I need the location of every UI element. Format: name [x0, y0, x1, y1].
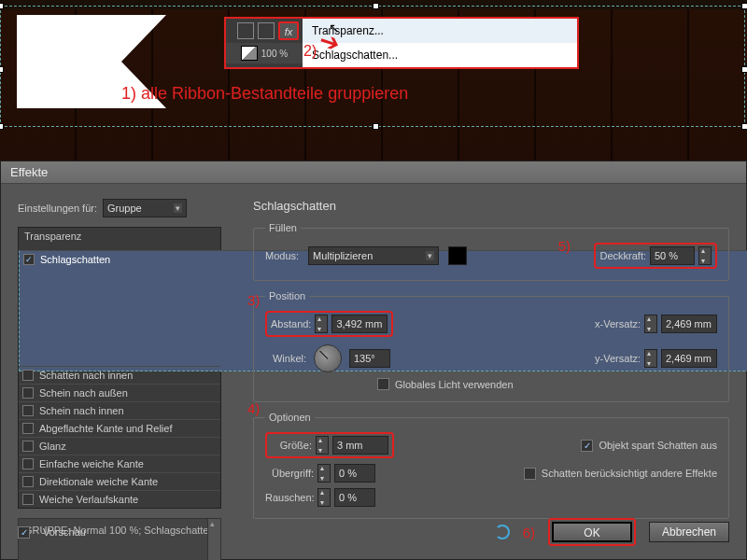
distance-input[interactable]: 3,492 mm — [331, 315, 388, 333]
other-effects-label: Schatten berücksichtigt andere Effekte — [542, 468, 717, 479]
size-field-highlight: Größe: 3 mm — [265, 432, 394, 458]
mode-label: Modus: — [265, 250, 299, 261]
spread-input[interactable]: 0 % — [334, 464, 375, 483]
size-input[interactable]: 3 mm — [332, 436, 388, 455]
annotation-step4: 4) — [247, 400, 260, 416]
checkbox-icon[interactable] — [22, 441, 34, 452]
checkbox-icon[interactable] — [22, 405, 34, 416]
annotation-step5: 5) — [558, 238, 571, 254]
checkbox-icon[interactable]: ✓ — [23, 254, 35, 265]
checkbox-icon[interactable] — [22, 423, 34, 434]
mode-dropdown[interactable]: Multiplizieren — [308, 246, 439, 265]
fill-fieldset: Füllen Modus: Multiplizieren Deckkraft: … — [253, 222, 729, 281]
dialog-title: Effekte — [1, 161, 746, 184]
effect-list: Transparenz ✓Schlagschatten Schatten nac… — [18, 227, 221, 509]
other-effects-checkbox[interactable] — [524, 468, 536, 480]
legend-options: Optionen — [265, 412, 315, 423]
size-label: Größe: — [271, 440, 312, 451]
opacity-readout: 100 % — [261, 49, 288, 59]
legend-fill: Füllen — [265, 222, 301, 233]
global-light-label: Globales Licht verwenden — [395, 379, 514, 390]
knockout-label: Objekt spart Schatten aus — [599, 440, 717, 451]
legend-position: Position — [265, 290, 309, 301]
annotation-step2: 2) — [303, 43, 317, 60]
angle-dial[interactable] — [314, 344, 342, 372]
size-spinner[interactable] — [316, 436, 329, 455]
knockout-checkbox[interactable]: ✓ — [581, 440, 593, 452]
x-offset-input[interactable]: 2,469 mm — [661, 315, 717, 333]
fx-button[interactable]: fx — [278, 21, 299, 40]
x-offset-label: x-Versatz: — [595, 318, 641, 329]
y-offset-label: y-Versatz: — [595, 353, 641, 364]
effect-item[interactable]: Schein nach innen — [19, 401, 220, 419]
angle-input[interactable]: 135° — [349, 349, 390, 368]
opacity-label: Deckkraft: — [599, 250, 646, 261]
noise-label: Rauschen: — [265, 492, 314, 503]
checkbox-icon[interactable] — [22, 387, 34, 399]
effect-item[interactable]: Schatten nach innen — [19, 366, 220, 384]
effect-item[interactable]: Direktionale weiche Kante — [19, 472, 220, 490]
preview-checkbox[interactable]: ✓ — [18, 526, 30, 539]
settings-for-label: Einstellungen für: — [18, 203, 97, 214]
effects-dialog: Effekte Einstellungen für: Gruppe Transp… — [0, 161, 747, 560]
menu-item-dropshadow[interactable]: Schlagschatten... — [303, 43, 577, 67]
position-fieldset: Position Abstand: 3,492 mm x-Versatz: 2,… — [253, 290, 729, 402]
options-fieldset: Optionen Größe: 3 mm ✓ Objekt spart Scha… — [253, 412, 729, 519]
effect-item[interactable]: Weiche Verlaufskante — [19, 490, 220, 508]
effect-item[interactable]: Glanz — [19, 437, 220, 455]
annotation-step6: 6) — [523, 525, 535, 540]
color-swatch[interactable] — [448, 246, 467, 265]
checkbox-icon[interactable] — [22, 458, 34, 469]
settings-for-dropdown[interactable]: Gruppe — [103, 199, 187, 217]
opacity-spinner[interactable] — [698, 246, 712, 265]
effect-item[interactable]: Schein nach außen — [19, 384, 220, 401]
annotation-step1: 1) alle Ribbon-Bestandteile gruppieren — [121, 84, 408, 104]
progress-icon — [495, 525, 510, 539]
global-light-checkbox[interactable] — [377, 378, 389, 390]
spread-spinner[interactable] — [317, 464, 331, 483]
panel-title: Schlagschatten — [253, 199, 729, 213]
y-offset-spinner[interactable] — [644, 349, 657, 368]
opacity-field-highlight: Deckkraft: 50 % — [594, 243, 717, 269]
mode-icon-2[interactable] — [258, 22, 275, 39]
swatch-icon[interactable] — [241, 46, 258, 61]
x-offset-spinner[interactable] — [644, 315, 657, 333]
distance-spinner[interactable] — [315, 315, 328, 333]
noise-input[interactable]: 0 % — [334, 488, 375, 507]
annotation-step3: 3) — [247, 292, 260, 308]
angle-label: Winkel: — [265, 353, 306, 364]
checkbox-icon[interactable] — [22, 476, 34, 487]
distance-label: Abstand: — [271, 318, 311, 329]
distance-field-highlight: Abstand: 3,492 mm — [265, 311, 393, 337]
checkbox-icon[interactable] — [22, 370, 34, 381]
menu-item-transparency[interactable]: Transparenz... — [303, 19, 577, 43]
effect-list-header[interactable]: Transparenz — [19, 228, 220, 245]
effect-item[interactable]: Abgeflachte Kante und Relief — [19, 419, 220, 437]
noise-spinner[interactable] — [317, 488, 331, 507]
mode-icon-1[interactable] — [237, 22, 254, 39]
preview-label: Vorschau — [43, 526, 86, 538]
menu-item-label: Schlagschatten... — [312, 49, 398, 62]
spread-label: Übergriff: — [265, 468, 314, 479]
menu-item-label: Transparenz... — [312, 24, 384, 37]
fx-popup: fx 100 % Transparenz... Schlagschatten..… — [224, 17, 579, 69]
y-offset-input[interactable]: 2,469 mm — [661, 349, 717, 368]
opacity-input[interactable]: 50 % — [650, 246, 695, 265]
effect-item[interactable]: Einfache weiche Kante — [19, 455, 220, 472]
ok-button[interactable]: OK — [552, 522, 632, 542]
cancel-button[interactable]: Abbrechen — [649, 522, 729, 542]
checkbox-icon[interactable] — [22, 494, 34, 505]
